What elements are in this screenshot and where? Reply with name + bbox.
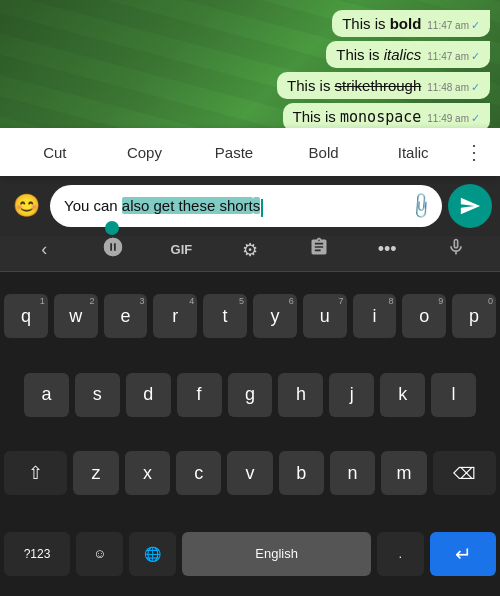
message-input[interactable]: You can also get these shorts 📎 [50,185,442,227]
input-area: 😊 You can also get these shorts 📎 [0,176,500,236]
period-key[interactable]: . [377,532,424,576]
key-r[interactable]: 4r [153,294,197,338]
key-n[interactable]: n [330,451,375,495]
microphone-icon [446,237,466,262]
message-time-2: 11:47 am ✓ [427,50,480,63]
globe-key[interactable]: 🌐 [129,532,176,576]
key-h[interactable]: h [278,373,323,417]
more-kb-icon: ••• [378,239,397,260]
message-time-4: 11:49 am ✓ [427,112,480,125]
gif-label: GIF [171,242,193,257]
text-normal: You can [64,197,122,214]
key-v[interactable]: v [227,451,272,495]
key-u[interactable]: 7u [303,294,347,338]
keyboard: 1q 2w 3e 4r 5t 6y 7u 8i 9o 0p a s d f g … [0,272,500,596]
key-g[interactable]: g [228,373,273,417]
message-2: This is italics 11:47 am ✓ [326,41,490,68]
key-y[interactable]: 6y [253,294,297,338]
key-m[interactable]: m [381,451,426,495]
back-icon: ‹ [41,239,47,260]
cut-button[interactable]: Cut [10,144,100,161]
more-options-button[interactable]: ⋮ [458,140,490,164]
enter-key[interactable]: ↵ [430,532,496,576]
key-e[interactable]: 3e [104,294,148,338]
send-button[interactable] [448,184,492,228]
key-o[interactable]: 9o [402,294,446,338]
key-b[interactable]: b [279,451,324,495]
backspace-key[interactable]: ⌫ [433,451,496,495]
key-x[interactable]: x [125,451,170,495]
message-time-3: 11:48 am ✓ [427,81,480,94]
message-time-1: 11:47 am ✓ [427,19,480,32]
key-d[interactable]: d [126,373,171,417]
key-j[interactable]: j [329,373,374,417]
input-text-content[interactable]: You can also get these shorts [64,195,428,216]
key-s[interactable]: s [75,373,120,417]
send-icon [459,195,481,217]
emoji-kb-key[interactable]: ☺ [76,532,123,576]
message-1: This is bold 11:47 am ✓ [332,10,490,37]
settings-icon: ⚙ [242,239,258,261]
message-3: This is strikethrough 11:48 am ✓ [277,72,490,99]
key-t[interactable]: 5t [203,294,247,338]
message-4: This is monospace 11:49 am ✓ [283,103,491,131]
key-q[interactable]: 1q [4,294,48,338]
key-w[interactable]: 2w [54,294,98,338]
keyboard-row-1: 1q 2w 3e 4r 5t 6y 7u 8i 9o 0p [4,276,496,357]
text-cursor [261,199,263,217]
keyboard-row-2: a s d f g h j k l [4,357,496,434]
key-p[interactable]: 0p [452,294,496,338]
message-text-3: This is strikethrough [287,77,421,94]
cursor-handle[interactable] [105,221,119,235]
emoji-button[interactable]: 😊 [8,188,44,224]
num-switch-key[interactable]: ?123 [4,532,70,576]
shift-key[interactable]: ⇧ [4,451,67,495]
space-key[interactable]: English [182,532,371,576]
paste-button[interactable]: Paste [189,144,279,161]
key-k[interactable]: k [380,373,425,417]
text-cursor-area: s [253,197,261,214]
key-a[interactable]: a [24,373,69,417]
message-text-1: This is bold [342,15,421,32]
keyboard-row-3: ⇧ z x c v b n m ⌫ [4,433,496,514]
context-toolbar: Cut Copy Paste Bold Italic ⋮ [0,128,500,176]
key-z[interactable]: z [73,451,118,495]
key-c[interactable]: c [176,451,221,495]
message-text-4: This is monospace [293,108,422,126]
clipboard-icon [309,237,329,262]
bold-button[interactable]: Bold [279,144,369,161]
key-i[interactable]: 8i [353,294,397,338]
text-selected: also get these short [122,197,253,214]
key-f[interactable]: f [177,373,222,417]
italic-button[interactable]: Italic [368,144,458,161]
copy-button[interactable]: Copy [100,144,190,161]
sticker-icon [102,236,124,263]
keyboard-bottom-row: ?123 ☺ 🌐 English . ↵ [4,514,496,597]
message-text-2: This is italics [336,46,421,63]
key-l[interactable]: l [431,373,476,417]
